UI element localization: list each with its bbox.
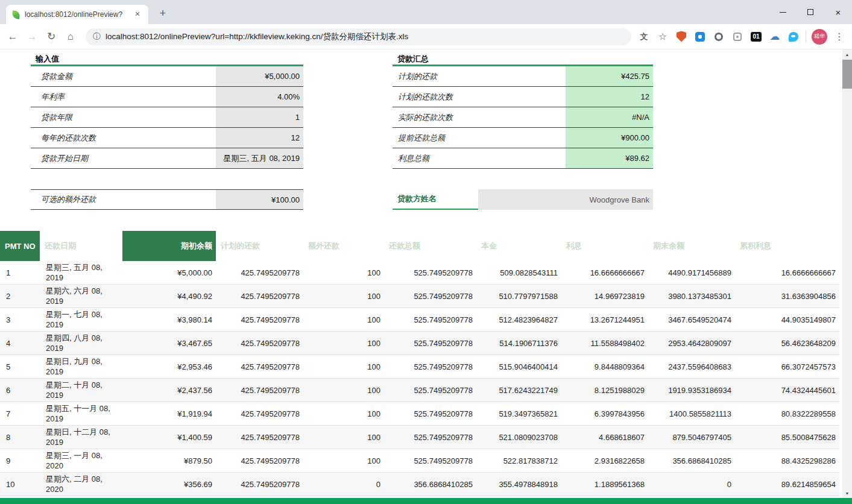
row-value: 1 (216, 107, 303, 127)
browser-tab[interactable]: localhost:8012/onlinePreview? × (6, 5, 148, 24)
close-button[interactable]: × (824, 0, 852, 24)
cell: 1919.9353186934 (648, 379, 735, 402)
cell: 425.7495209778 (216, 402, 303, 426)
column-header: 额外还款 (303, 231, 384, 261)
blue-square-icon (695, 32, 705, 42)
tab-close-icon[interactable]: × (133, 10, 142, 19)
01-badge: 01 (751, 32, 762, 42)
cell: 14.969723819 (561, 285, 648, 308)
column-header: 本金 (476, 231, 561, 261)
table-row: 8星期日, 十二月 08, 2019¥1,400.59425.749520977… (0, 426, 839, 449)
bird-extension-icon[interactable] (787, 30, 800, 43)
cell: 16.6666666667 (561, 261, 648, 285)
forward-button[interactable]: → (23, 28, 41, 46)
vertical-scrollbar[interactable]: ▲ ▼ (842, 49, 852, 498)
cell: 2437.5596408683 (648, 355, 735, 379)
01-extension-icon[interactable]: 01 (749, 30, 763, 43)
cell: 56.4623648209 (735, 332, 839, 355)
row-value: ¥425.75 (566, 66, 653, 86)
cell: 44.9035149807 (735, 308, 839, 332)
cell: 星期六, 二月 08, 2020 (40, 473, 122, 496)
cell: 425.7495209778 (216, 426, 303, 449)
amortization-table-wrap: PMT NO还款日期期初余额计划的还款额外还款还款总额本金利息期末余额累积利息 … (0, 231, 839, 496)
ring-extension-icon[interactable] (712, 30, 725, 43)
browser-menu-icon[interactable]: ⋮ (833, 30, 846, 43)
row-value: ¥89.62 (566, 148, 653, 168)
shield-extension-icon[interactable] (675, 30, 688, 43)
cell: 7 (0, 402, 40, 426)
cell: 9 (0, 449, 40, 473)
row-label: 贷款年限 (31, 107, 216, 127)
row-value: ¥5,000.00 (216, 66, 303, 86)
scroll-up-button[interactable]: ▲ (842, 49, 852, 59)
translate-icon[interactable]: 文 (637, 30, 651, 43)
cell: 514.1906711376 (476, 332, 561, 355)
input-row: 计划的还款¥425.75 (393, 66, 653, 87)
summary-rows: 计划的还款¥425.75计划的还款次数12实际的还款次数#N/A提前还款总额¥9… (393, 66, 653, 169)
table-row: 2星期六, 六月 08, 2019¥4,490.92425.7495209778… (0, 285, 839, 308)
ring-icon (715, 33, 723, 41)
scrollbar-thumb[interactable] (842, 60, 852, 89)
row-value: 4.00% (216, 87, 303, 107)
cell: 10 (0, 473, 40, 496)
home-button[interactable]: ⌂ (62, 28, 80, 46)
cell: 425.7495209778 (216, 355, 303, 379)
table-row: 1星期三, 五月 08, 2019¥5,000.00425.7495209778… (0, 261, 839, 285)
cell: 519.3497365821 (476, 402, 561, 426)
cell: ¥5,000.00 (122, 261, 216, 285)
cell: 525.7495209778 (384, 426, 476, 449)
cell: ¥4,490.92 (122, 285, 216, 308)
cell: 425.7495209778 (216, 449, 303, 473)
reload-button[interactable]: ↻ (42, 28, 60, 46)
input-rows: 贷款金额¥5,000.00年利率4.00%贷款年限1每年的还款次数12贷款开始日… (31, 66, 303, 169)
new-tab-button[interactable]: + (156, 7, 170, 21)
minimize-button[interactable] (769, 0, 797, 24)
cloud-extension-icon[interactable]: ☁ (768, 30, 781, 43)
gray-outline-icon (733, 33, 742, 41)
bookmark-star-icon[interactable]: ☆ (656, 30, 669, 43)
column-header: 计划的还款 (216, 231, 303, 261)
cell: ¥1,400.59 (122, 426, 216, 449)
column-header: 还款总额 (384, 231, 476, 261)
toolbar-icons: 文 ☆ 01 ☁ 精华 ⋮ (637, 29, 848, 45)
row-label: 可选的额外还款 (31, 190, 216, 209)
url-bar[interactable]: ⓘ localhost:8012/onlinePreview?url=http:… (86, 28, 631, 45)
input-row: 年利率4.00% (31, 87, 303, 107)
row-value: ¥900.00 (566, 128, 653, 148)
cell: 425.7495209778 (216, 308, 303, 332)
toolbar-separator (806, 31, 806, 43)
inputs-section: 输入值 贷款金额¥5,000.00年利率4.00%贷款年限1每年的还款次数12贷… (31, 49, 303, 210)
cell: 星期日, 十二月 08, 2019 (40, 426, 122, 449)
blue-extension-icon[interactable] (693, 30, 707, 43)
cell: 525.7495209778 (384, 402, 476, 426)
cell: 星期一, 七月 08, 2019 (40, 308, 122, 332)
back-button[interactable]: ← (4, 28, 22, 46)
input-row: 实际的还款次数#N/A (393, 107, 653, 128)
cell: 100 (303, 402, 384, 426)
profile-avatar[interactable]: 精华 (812, 29, 827, 45)
extra-payment-row-container: 可选的额外还款¥100.00 (31, 189, 303, 210)
table-row: 7星期五, 十一月 08, 2019¥1,919.94425.749520977… (0, 402, 839, 426)
column-header: PMT NO (0, 231, 40, 261)
bottom-green-bar (0, 498, 852, 504)
maximize-icon (807, 9, 813, 15)
lender-label: 贷款方姓名 (393, 189, 478, 210)
navigation-bar: ← → ↻ ⌂ ⓘ localhost:8012/onlinePreview?u… (0, 24, 852, 49)
row-value: 12 (566, 87, 653, 107)
row-label: 实际的还款次数 (393, 107, 566, 127)
page-info-icon[interactable]: ⓘ (93, 31, 101, 42)
cell: 8 (0, 426, 40, 449)
scroll-down-button[interactable]: ▼ (842, 488, 852, 498)
row-label: 贷款金额 (31, 66, 216, 86)
gray-extension-icon[interactable] (731, 30, 744, 43)
cell: 16.6666666667 (735, 261, 839, 285)
row-label: 每年的还款次数 (31, 128, 216, 148)
page-content: 输入值 贷款金额¥5,000.00年利率4.00%贷款年限1每年的还款次数12贷… (0, 49, 852, 504)
maximize-button[interactable] (797, 0, 824, 24)
cell: 1 (0, 261, 40, 285)
table-row: 6星期二, 十月 08, 2019¥2,437.56425.7495209778… (0, 379, 839, 402)
row-value: ¥100.00 (216, 190, 303, 209)
cell: 3980.1373485301 (648, 285, 735, 308)
cell: 525.7495209778 (384, 285, 476, 308)
row-value: #N/A (566, 107, 653, 127)
